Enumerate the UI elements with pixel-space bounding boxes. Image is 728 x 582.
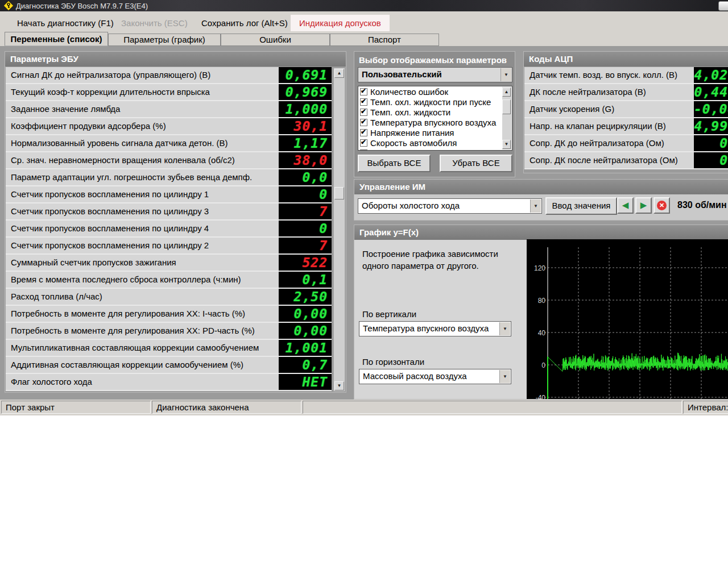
- parameter-select-panel: Выбор отображаемых параметров Пользовате…: [354, 51, 515, 177]
- chevron-down-icon[interactable]: ▼: [499, 370, 510, 383]
- start-diagnostics-button[interactable]: Начать диагностику (F1): [17, 18, 114, 28]
- ecu-param-row: Флаг холостого ходаНЕТ: [6, 374, 332, 391]
- param-label: Мультипликативная составляющая коррекции…: [6, 340, 279, 356]
- checkbox[interactable]: ✔: [360, 109, 367, 116]
- checkbox[interactable]: ✔: [360, 129, 367, 136]
- key-icon: [4, 1, 13, 10]
- checkbox[interactable]: ✔: [360, 88, 367, 95]
- ecu-panel-title: Параметры ЭБУ: [5, 52, 346, 66]
- scrollbar-thumb[interactable]: [502, 99, 511, 114]
- scroll-up-icon[interactable]: ▲: [502, 88, 511, 97]
- xy-graph-panel: График y=F(x) Построение графика зависим…: [354, 225, 728, 400]
- param-label: Заданное значение лямбда: [6, 101, 279, 117]
- param-label: Текущий коэф-т коррекции длительности вп…: [6, 84, 279, 100]
- param-label: Счетчик пропусков воспламенения по цилин…: [6, 186, 279, 202]
- ecu-table-scrollbar[interactable]: ▲ ▼: [333, 68, 345, 392]
- param-checkbox-item[interactable]: ✔Скорость автомобиля: [358, 138, 512, 148]
- scrollbar-thumb[interactable]: [334, 187, 344, 199]
- param-value-led: 1,17: [279, 135, 332, 151]
- scroll-up-icon[interactable]: ▲: [334, 69, 344, 78]
- graph-description-line2: одного параметра от другого.: [362, 260, 498, 272]
- checkbox[interactable]: ✔: [360, 139, 367, 147]
- param-label: Потребность в моменте для регулирования …: [6, 306, 279, 322]
- decrease-button[interactable]: ◀: [617, 197, 634, 214]
- param-label: Счетчик пропусков воспламенения по цилин…: [6, 203, 279, 219]
- param-label: Флаг холостого хода: [6, 374, 279, 390]
- ecu-param-row: Расход топлива (л/час)2,50: [6, 289, 332, 306]
- param-checkbox-item[interactable]: ✔Темп. охл. жидкости при пуске: [358, 97, 512, 107]
- param-value-led: 0,00: [279, 306, 332, 322]
- param-label: Счетчик пропусков воспламенения по цилин…: [6, 238, 279, 253]
- adc-table: Датчик темп. возд. во впуск. колл. (В)4,…: [524, 67, 728, 169]
- tab-passport[interactable]: Паспорт: [330, 34, 439, 46]
- param-checkbox-item[interactable]: ✔Количество ошибок: [358, 86, 512, 97]
- scroll-down-icon[interactable]: ▼: [334, 381, 344, 390]
- scroll-down-icon[interactable]: ▼: [502, 140, 511, 149]
- param-value-led: 7: [279, 203, 332, 219]
- checkbox[interactable]: ✔: [360, 149, 367, 151]
- vertical-axis-combobox[interactable]: Температура впускного воздуха ▼: [359, 321, 511, 336]
- preset-combobox[interactable]: Пользовательский ▼: [358, 67, 512, 82]
- adc-label: Датчик ускорения (G): [524, 101, 694, 117]
- window-title: Диагностика ЭБУ Bosch M7.9.7 E3(E4): [16, 2, 148, 10]
- ecu-param-row: Потребность в моменте для регулирования …: [6, 306, 332, 323]
- param-value-led: 7: [279, 238, 332, 253]
- save-log-button[interactable]: Сохранить лог (Alt+S): [201, 18, 288, 28]
- adc-row: Датчик ускорения (G)-0,04: [524, 101, 728, 118]
- adc-panel-title: Коды АЦП: [524, 52, 728, 66]
- right-arrow-icon: ▶: [640, 200, 647, 210]
- ecu-param-row: Счетчик пропусков воспламенения по цилин…: [6, 221, 332, 238]
- param-value-led: 522: [279, 255, 332, 271]
- ecu-param-row: Параметр адаптации угл. погрешности зубь…: [6, 169, 332, 186]
- ecu-param-row: Время с момента последнего сброса контро…: [6, 272, 332, 289]
- tab-parameters-graph[interactable]: Параметры (график): [108, 34, 221, 46]
- horizontal-axis-combobox[interactable]: Массовый расход воздуха ▼: [359, 369, 511, 384]
- param-checkbox-item[interactable]: ✔Температура впускного воздуха: [358, 117, 512, 127]
- stop-button[interactable]: ✕: [653, 197, 670, 214]
- adc-value-led: 0,44: [694, 84, 728, 100]
- svg-text:40: 40: [538, 329, 546, 337]
- param-checkbox-item[interactable]: ✔Темп. охл. жидкости: [358, 107, 512, 117]
- param-value-led: 0: [279, 186, 332, 202]
- chevron-down-icon[interactable]: ▼: [499, 322, 510, 335]
- tab-variables-list[interactable]: Переменные (список): [5, 32, 108, 46]
- checkbox-label: Количество ошибок: [370, 87, 448, 97]
- ecu-parameters-panel: Параметры ЭБУ Сигнал ДК до нейтрализатор…: [5, 51, 346, 393]
- svg-text:120: 120: [534, 264, 545, 272]
- param-label: Потребность в моменте для регулирования …: [6, 323, 279, 339]
- tab-errors[interactable]: Ошибки: [221, 34, 330, 46]
- param-checkbox-item[interactable]: ✔Угол опережения зажигания: [358, 148, 512, 151]
- enter-value-button[interactable]: Ввод значения: [545, 197, 617, 215]
- ecu-param-row: Сигнал ДК до нейтрализатора (управляющег…: [6, 67, 332, 84]
- param-value-led: НЕТ: [279, 374, 332, 390]
- increase-button[interactable]: ▶: [635, 197, 652, 214]
- param-value-led: 0,691: [279, 67, 332, 83]
- chevron-down-icon[interactable]: ▼: [530, 199, 541, 213]
- adc-label: ДК после нейтрализатора (В): [524, 84, 694, 100]
- param-label: Время с момента последнего сброса контро…: [6, 272, 279, 288]
- status-diagnostics: Диагностика закончена: [152, 401, 301, 414]
- actuator-combobox[interactable]: Обороты холостого хода ▼: [358, 198, 542, 214]
- adc-row: Датчик темп. возд. во впуск. колл. (В)4,…: [524, 67, 728, 84]
- param-value-led: 0,7: [279, 357, 332, 373]
- checkbox[interactable]: ✔: [360, 119, 367, 126]
- check-icon: ✔: [361, 87, 366, 95]
- param-value-led: 30,1: [279, 118, 332, 134]
- vertical-axis-value: Температура впускного воздуха: [363, 323, 489, 333]
- checkbox-label: Темп. охл. жидкости при пуске: [370, 97, 491, 107]
- window-control-button[interactable]: [718, 1, 728, 11]
- list-scrollbar[interactable]: ▲ ▼: [502, 87, 511, 149]
- tolerance-indication-button[interactable]: Индикация допусков: [291, 15, 390, 31]
- graph-plot-area: 12080400-40: [527, 239, 728, 400]
- param-checkbox-item[interactable]: ✔Напряжение питания: [358, 127, 512, 138]
- adc-label: Сопр. ДК до нейтрализатора (Ом): [524, 135, 694, 151]
- checkbox[interactable]: ✔: [360, 98, 367, 106]
- param-value-led: 0,00: [279, 323, 332, 339]
- clear-all-button[interactable]: Убрать ВСЕ: [440, 155, 512, 172]
- select-all-button[interactable]: Выбрать ВСЕ: [358, 155, 431, 172]
- param-label: Расход топлива (л/час): [6, 289, 279, 305]
- ecu-param-row: Ср. знач. неравномерности вращения колен…: [6, 152, 332, 169]
- chevron-down-icon[interactable]: ▼: [500, 68, 511, 81]
- adc-label: Напр. на клапан рециркуляции (В): [524, 118, 694, 134]
- param-value-led: 38,0: [279, 152, 332, 168]
